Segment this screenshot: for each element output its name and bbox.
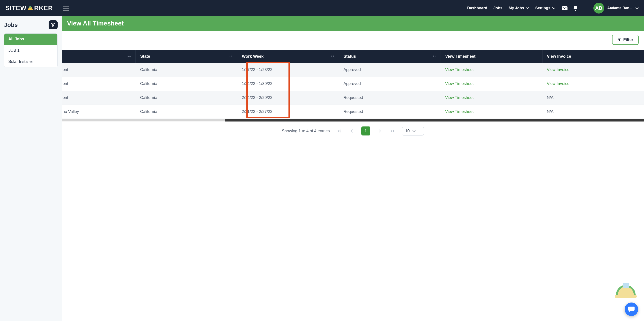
th-status[interactable]: Status: [339, 50, 440, 63]
th-work-week[interactable]: Work Week: [237, 50, 339, 63]
pager-prev[interactable]: [349, 128, 355, 134]
cell-work-week: 1/24/22 - 1/30/22: [237, 77, 339, 91]
pager-current-page[interactable]: 1: [362, 126, 370, 135]
svg-rect-1: [28, 9, 33, 10]
pager: Showing 1 to 4 of 4 entries 1: [62, 121, 644, 140]
chat-icon: [628, 306, 635, 312]
cell-status: Requested: [339, 91, 440, 105]
view-timesheet-link[interactable]: View Timesheet: [440, 77, 542, 91]
sort-icon: [127, 55, 131, 59]
nav-dashboard-label: Dashboard: [467, 6, 487, 10]
cell-location: ont: [62, 77, 136, 91]
cell-invoice-na: N/A: [542, 91, 644, 105]
mail-icon[interactable]: [562, 6, 568, 10]
floating-widgets: [614, 280, 638, 316]
pager-next[interactable]: [377, 128, 383, 134]
brand-logo: SITEW RKER: [6, 5, 53, 12]
table-body: ontCalifornia1/17/22 - 1/23/22ApprovedVi…: [62, 63, 644, 119]
cell-work-week: 2/21/22 - 2/27/22: [237, 105, 339, 119]
sidebar: Jobs All JobsJOB 1Solar Installer: [0, 16, 62, 321]
helmet-icon: [28, 5, 33, 11]
table-wrap: State Work Week: [62, 50, 644, 140]
svg-rect-0: [30, 6, 31, 8]
page-size-select[interactable]: 10: [402, 127, 424, 135]
table-row: no ValleyCalifornia2/21/22 - 2/27/22Requ…: [62, 105, 644, 119]
chevron-down-icon: [636, 7, 638, 9]
sidebar-title: Jobs: [4, 22, 18, 28]
sidebar-item-job-1[interactable]: JOB 1: [4, 45, 58, 56]
sidebar-filter-button[interactable]: [48, 20, 58, 29]
chevron-down-icon: [412, 130, 416, 132]
nav-jobs[interactable]: Jobs: [494, 6, 502, 10]
th-label: State: [140, 54, 150, 59]
view-timesheet-link[interactable]: View Timesheet: [440, 105, 542, 119]
helmet-widget-icon: [614, 280, 638, 300]
view-timesheet-link[interactable]: View Timesheet: [440, 63, 542, 77]
filter-button-label: Filter: [623, 37, 633, 42]
pager-last[interactable]: [389, 128, 396, 134]
page-size-value: 10: [405, 129, 410, 133]
sort-icon: [432, 54, 436, 58]
sort-icon: [331, 54, 334, 58]
cell-status: Approved: [339, 63, 440, 77]
th-label: Status: [344, 54, 356, 59]
chevron-down-icon: [552, 7, 555, 9]
th-label: View Invoice: [547, 54, 571, 59]
pager-first[interactable]: [336, 128, 342, 134]
chat-button[interactable]: [625, 302, 638, 316]
scrollbar-track: [62, 119, 225, 121]
cell-location: ont: [62, 91, 136, 105]
view-timesheet-link[interactable]: View Timesheet: [440, 91, 542, 105]
th-label: View Timesheet: [445, 54, 476, 59]
brand-pre: SITEW: [6, 5, 26, 12]
cell-state: California: [136, 63, 238, 77]
view-invoice-link[interactable]: View Invoice: [542, 77, 644, 91]
sidebar-head: Jobs: [0, 20, 62, 33]
divider: [58, 4, 58, 13]
th-blank[interactable]: [62, 50, 136, 63]
horizontal-scrollbar[interactable]: [62, 119, 644, 121]
topbar: SITEW RKER Dashboard Jobs My Jobs Settin…: [0, 0, 644, 16]
th-label: Work Week: [242, 54, 264, 59]
cell-work-week: 1/17/22 - 1/23/22: [237, 63, 339, 77]
th-view-invoice: View Invoice: [542, 50, 644, 63]
main: View All Timesheet Filter: [62, 16, 644, 321]
table-row: ontCalifornia1/17/22 - 1/23/22ApprovedVi…: [62, 63, 644, 77]
funnel-icon: [51, 23, 55, 27]
cell-state: California: [136, 91, 238, 105]
nav-settings[interactable]: Settings: [535, 6, 555, 10]
chevron-down-icon: [526, 7, 529, 9]
avatar: AB: [593, 3, 604, 14]
user-name: Atalanta Ban...: [607, 6, 632, 10]
sidebar-item-solar-installer[interactable]: Solar Installer: [4, 56, 58, 67]
cell-location: no Valley: [62, 105, 136, 119]
svg-point-3: [575, 10, 576, 11]
scrollbar-thumb[interactable]: [225, 119, 644, 121]
content: Filter State: [62, 31, 644, 321]
cell-invoice-na: N/A: [542, 105, 644, 119]
cell-work-week: 2/14/22 - 2/20/22: [237, 91, 339, 105]
body: Jobs All JobsJOB 1Solar Installer View A…: [0, 16, 644, 321]
view-invoice-link[interactable]: View Invoice: [542, 63, 644, 77]
bell-icon[interactable]: [573, 5, 578, 11]
th-state[interactable]: State: [136, 50, 238, 63]
cell-location: ont: [62, 63, 136, 77]
cell-state: California: [136, 77, 238, 91]
pager-summary: Showing 1 to 4 of 4 entries: [282, 129, 330, 133]
nav-icons: [562, 5, 578, 11]
cell-status: Requested: [339, 105, 440, 119]
funnel-icon: [618, 38, 621, 42]
nav-settings-label: Settings: [535, 6, 550, 10]
timesheet-table: State Work Week: [62, 50, 644, 119]
nav-dashboard[interactable]: Dashboard: [467, 6, 487, 10]
brand-post: RKER: [34, 5, 53, 12]
avatar-initials: AB: [595, 5, 602, 11]
nav-myjobs[interactable]: My Jobs: [509, 6, 529, 10]
page-title: View All Timesheet: [62, 16, 644, 31]
sidebar-item-all-jobs[interactable]: All Jobs: [4, 34, 58, 45]
filter-button[interactable]: Filter: [612, 35, 638, 45]
th-view-timesheet: View Timesheet: [440, 50, 542, 63]
user-menu[interactable]: AB Atalanta Ban...: [593, 3, 638, 14]
menu-toggle-icon[interactable]: [63, 6, 69, 11]
cell-status: Approved: [339, 77, 440, 91]
